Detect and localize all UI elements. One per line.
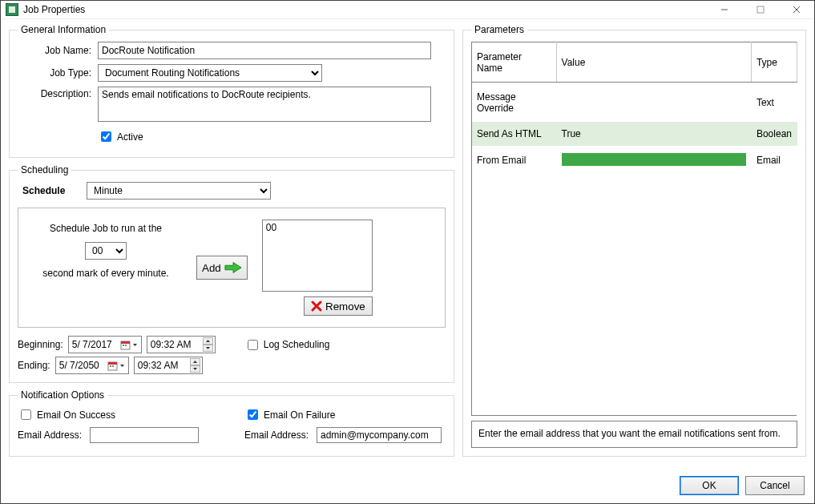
add-label: Add	[202, 262, 221, 274]
notification-legend: Notification Options	[18, 389, 107, 401]
log-scheduling-checkbox[interactable]	[248, 340, 258, 350]
svg-rect-10	[110, 365, 111, 367]
schedule-run-text1: Schedule Job to run at the	[30, 223, 182, 234]
ending-time-value: 09:32 AM	[138, 360, 179, 371]
close-button[interactable]	[778, 1, 814, 18]
schedule-select[interactable]: Minute	[87, 182, 271, 200]
failure-email-input[interactable]	[317, 427, 442, 443]
cancel-button[interactable]: Cancel	[745, 476, 805, 495]
parameters-group: Parameters Parameter Name Value Type Mes…	[462, 24, 806, 457]
parameters-table[interactable]: Parameter Name Value Type Message Overri…	[471, 42, 797, 416]
remove-button[interactable]: Remove	[304, 296, 373, 316]
scheduling-legend: Scheduling	[18, 164, 71, 175]
general-information-group: General Information Job Name: Job Type: …	[9, 24, 454, 158]
schedule-run-text2: second mark of every minute.	[30, 268, 182, 279]
log-scheduling-text: Log Scheduling	[264, 339, 330, 350]
job-type-select[interactable]: Document Routing Notifications	[98, 64, 322, 82]
app-icon	[6, 3, 18, 16]
schedule-listbox[interactable]: 00	[262, 220, 373, 292]
active-text: Active	[117, 131, 143, 143]
job-name-label: Job Name:	[18, 45, 98, 56]
beginning-time-value: 09:32 AM	[151, 339, 192, 350]
window-controls	[706, 1, 814, 18]
success-email-label: Email Address:	[18, 429, 90, 441]
col-type[interactable]: Type	[751, 42, 797, 83]
beginning-date-picker[interactable]: 5/ 7/2017	[68, 336, 142, 353]
parameters-legend: Parameters	[471, 24, 527, 35]
calendar-icon	[120, 340, 131, 350]
beginning-date-value: 5/ 7/2017	[72, 339, 112, 350]
job-name-input[interactable]	[98, 42, 431, 59]
ending-date-picker[interactable]: 5/ 7/2050	[55, 357, 129, 374]
beginning-time-picker[interactable]: 09:32 AM	[147, 336, 216, 353]
active-checkbox-label[interactable]: Active	[98, 129, 143, 144]
email-on-failure-text: Email On Failure	[264, 409, 335, 421]
spin-up-icon[interactable]	[190, 358, 200, 365]
active-checkbox[interactable]	[101, 131, 111, 142]
failure-email-label: Email Address:	[244, 429, 317, 441]
svg-rect-9	[108, 362, 117, 365]
col-name[interactable]: Parameter Name	[472, 42, 557, 83]
success-email-input[interactable]	[90, 427, 199, 443]
chevron-down-icon	[119, 363, 125, 369]
arrow-right-icon	[224, 261, 242, 274]
cell[interactable]	[556, 146, 751, 175]
ending-label: Ending:	[18, 360, 50, 371]
notification-options-group: Notification Options Email On Success Em…	[9, 389, 454, 457]
spin-down-icon[interactable]	[190, 365, 200, 373]
job-type-label: Job Type:	[18, 67, 98, 79]
table-row[interactable]: From Email Email	[472, 146, 797, 175]
add-button[interactable]: Add	[196, 256, 248, 280]
beginning-label: Beginning:	[18, 339, 63, 350]
description-label: Description:	[18, 87, 98, 99]
cell: Send As HTML	[472, 122, 557, 146]
schedule-label: Schedule	[18, 185, 87, 196]
email-on-success-text: Email On Success	[37, 409, 115, 421]
email-on-success-checkbox[interactable]	[21, 409, 31, 420]
svg-rect-7	[125, 345, 127, 346]
cell: Message Override	[472, 83, 557, 122]
email-on-failure-label[interactable]: Email On Failure	[244, 407, 335, 422]
parameter-hint: Enter the email address that you want th…	[471, 421, 797, 448]
email-on-failure-checkbox[interactable]	[248, 409, 258, 420]
dialog-footer: OK Cancel	[1, 471, 814, 503]
svg-rect-11	[112, 365, 114, 367]
col-value[interactable]: Value	[556, 42, 751, 83]
remove-label: Remove	[325, 300, 365, 312]
x-icon	[311, 300, 322, 312]
svg-rect-1	[757, 6, 764, 13]
table-row[interactable]: Send As HTML True Boolean	[472, 122, 797, 146]
spin-up-icon[interactable]	[203, 337, 213, 345]
job-properties-window: Job Properties General Information Job N…	[0, 0, 815, 504]
minimize-button[interactable]	[706, 1, 742, 18]
email-on-success-label[interactable]: Email On Success	[18, 407, 115, 422]
log-scheduling-label[interactable]: Log Scheduling	[244, 337, 330, 353]
cell: Boolean	[751, 122, 797, 146]
cell: Email	[751, 146, 797, 175]
second-select[interactable]: 00	[85, 242, 127, 260]
table-row[interactable]: Message Override Text	[472, 83, 797, 122]
cell: Text	[751, 83, 797, 122]
scheduling-group: Scheduling Schedule Minute Schedule Job …	[9, 164, 454, 383]
spin-down-icon[interactable]	[203, 345, 213, 352]
list-item[interactable]: 00	[266, 222, 369, 233]
ok-button[interactable]: OK	[680, 476, 739, 495]
window-title: Job Properties	[23, 4, 85, 15]
cell[interactable]: True	[556, 122, 751, 146]
svg-rect-5	[121, 341, 130, 344]
titlebar: Job Properties	[1, 1, 814, 19]
cell: From Email	[472, 146, 557, 175]
maximize-button[interactable]	[742, 1, 778, 18]
chevron-down-icon	[132, 342, 138, 348]
svg-rect-6	[123, 345, 124, 346]
cell[interactable]	[556, 83, 751, 122]
calendar-icon	[107, 361, 118, 371]
general-legend: General Information	[18, 24, 109, 35]
ending-date-value: 5/ 7/2050	[59, 360, 99, 371]
description-textarea[interactable]: Sends email notifications to DocRoute re…	[98, 87, 431, 122]
ending-time-picker[interactable]: 09:32 AM	[134, 357, 203, 374]
schedule-details-box: Schedule Job to run at the 00 second mar…	[18, 208, 446, 328]
table-header-row: Parameter Name Value Type	[472, 42, 797, 83]
